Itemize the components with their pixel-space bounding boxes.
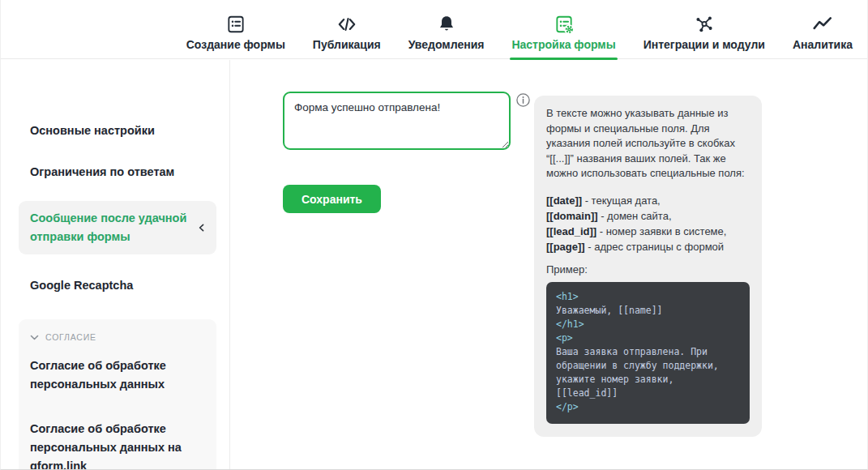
info-icon[interactable]: [515, 92, 531, 108]
chevron-down-icon: [30, 330, 39, 344]
example-label: Пример:: [546, 263, 750, 276]
code-icon: [336, 13, 357, 35]
tab-notifications[interactable]: Уведомления: [408, 13, 485, 58]
sidebar-item-success-message[interactable]: Сообщение после удачной отправки формы: [19, 201, 216, 254]
tab-label: Интеграции и модули: [644, 38, 765, 51]
save-button[interactable]: Сохранить: [283, 185, 381, 213]
code-line: <h1>: [556, 290, 740, 304]
tab-publication[interactable]: Публикация: [313, 13, 381, 58]
help-intro-text: В тексте можно указывать данные из формы…: [546, 106, 750, 182]
token-name: [[date]]: [546, 194, 582, 207]
nodes-icon: [694, 13, 715, 35]
consent-section-header[interactable]: СОГЛАСИЕ: [30, 330, 205, 344]
settings-sidebar: Основные настройки Ограничения по ответа…: [1, 60, 230, 469]
sidebar-item-consent-personal-data[interactable]: Согласие об обработке персональных данны…: [30, 357, 205, 394]
code-line: <p>: [556, 331, 740, 345]
help-panel: В тексте можно указывать данные из формы…: [534, 96, 762, 437]
sidebar-item-response-limits[interactable]: Ограничения по ответам: [30, 163, 213, 182]
sidebar-item-label: Сообщение после удачной отправки формы: [30, 209, 192, 246]
main-content: Форма успешно отправлена! Сохранить В те…: [231, 60, 867, 469]
token-name: [[page]]: [546, 241, 585, 253]
token-desc: - адрес страницы с формой: [585, 241, 724, 253]
top-nav: Создание формы Публикация Уведомл: [1, 0, 867, 59]
token-name: [[lead_id]]: [546, 225, 596, 237]
tab-analytics[interactable]: Аналитика: [793, 13, 853, 58]
page: Создание формы Публикация Уведомл: [0, 0, 868, 470]
token-row: [[domain]] - домен сайта,: [546, 208, 750, 224]
token-list: [[date]] - текущая дата, [[domain]] - до…: [546, 193, 750, 254]
analytics-icon: [812, 13, 833, 35]
form-icon: [225, 13, 246, 35]
token-desc: - номер заявки в системе,: [596, 225, 726, 237]
form-settings-icon: [554, 13, 575, 35]
sidebar-item-consent-qform[interactable]: Согласие об обработке персональных данны…: [30, 420, 205, 470]
code-line: </p>: [556, 400, 740, 414]
tab-form-builder[interactable]: Создание формы: [186, 13, 285, 58]
token-row: [[lead_id]] - номер заявки в системе,: [546, 224, 750, 239]
sidebar-item-recaptcha[interactable]: Google Recaptcha: [30, 276, 213, 295]
token-desc: - домен сайта,: [598, 210, 672, 222]
consent-section-title: СОГЛАСИЕ: [45, 332, 96, 342]
code-line: Ваша заявка отправлена. При обращении в …: [556, 345, 740, 400]
token-name: [[domain]]: [546, 210, 598, 222]
sidebar-section-consent: СОГЛАСИЕ Согласие об обработке персональ…: [19, 319, 216, 470]
code-line: Уважаемый, [[name]]: [556, 304, 740, 318]
code-line: </h1>: [556, 318, 740, 331]
tab-label: Создание формы: [186, 38, 285, 51]
chevron-left-icon: [197, 223, 207, 233]
tab-integrations[interactable]: Интеграции и модули: [644, 13, 765, 58]
tab-label: Публикация: [313, 38, 381, 51]
tab-form-settings[interactable]: Настройка формы: [511, 13, 615, 58]
token-row: [[page]] - адрес страницы с формой: [546, 239, 750, 254]
token-row: [[date]] - текущая дата,: [546, 193, 750, 208]
bell-icon: [436, 13, 457, 35]
code-example: <h1> Уважаемый, [[name]] </h1> <p> Ваша …: [546, 282, 750, 424]
sidebar-item-main-settings[interactable]: Основные настройки: [30, 122, 213, 140]
tab-label: Аналитика: [793, 38, 853, 51]
success-message-input[interactable]: Форма успешно отправлена!: [283, 92, 511, 150]
tab-label: Настройка формы: [511, 38, 615, 51]
token-desc: - текущая дата,: [582, 194, 661, 207]
tab-label: Уведомления: [408, 38, 485, 51]
